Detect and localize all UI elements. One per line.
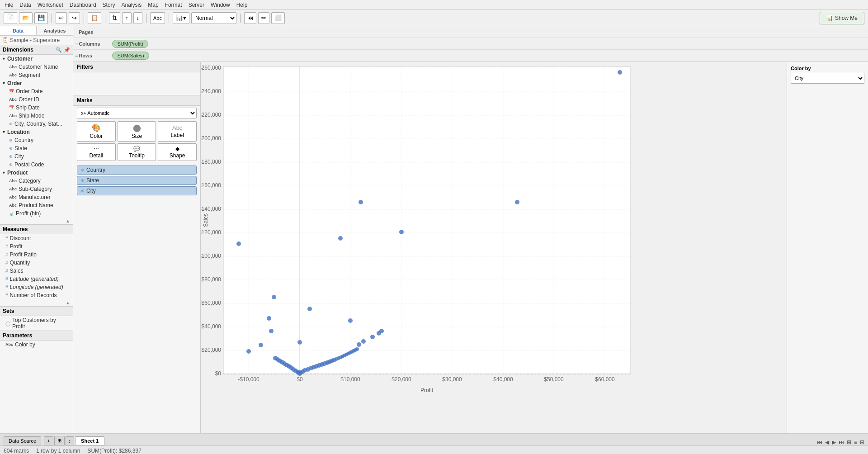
- postal-code-item[interactable]: ⊕ Postal Code: [0, 161, 73, 169]
- order-id-item[interactable]: Abc Order ID: [0, 95, 73, 104]
- menu-dashboard[interactable]: Dashboard: [67, 1, 99, 9]
- menu-help[interactable]: Help: [234, 1, 250, 9]
- country-pill[interactable]: ⊕ Country: [77, 166, 197, 175]
- datasource-tab[interactable]: Data Source: [4, 436, 41, 445]
- redo-button[interactable]: ↪: [69, 12, 80, 24]
- sales-item[interactable]: # Sales: [0, 267, 73, 275]
- ship-date-item[interactable]: 📅 Ship Date: [0, 104, 73, 112]
- marks-type-select[interactable]: x+ Automatic: [77, 108, 197, 118]
- menu-story[interactable]: Story: [100, 1, 118, 9]
- open-button[interactable]: 📂: [19, 12, 33, 24]
- shape-button[interactable]: ◆ Shape: [158, 143, 197, 161]
- color-button[interactable]: 🎨 Color: [77, 121, 116, 142]
- svg-text:$240,000: $240,000: [201, 88, 221, 95]
- sheet1-tab[interactable]: Sheet 1: [75, 436, 104, 445]
- ship-mode-item[interactable]: Abc Ship Mode: [0, 112, 73, 120]
- collapse-arrow-measures[interactable]: ▲: [0, 299, 73, 306]
- swap-button[interactable]: ⇅: [109, 12, 120, 24]
- rows-shelf[interactable]: SUM(Sales): [110, 52, 866, 60]
- profit-item[interactable]: # Profit: [0, 242, 73, 251]
- label-button[interactable]: Abc Label: [158, 121, 197, 142]
- undo-button[interactable]: ↩: [56, 12, 67, 24]
- menu-data[interactable]: Data: [17, 1, 33, 9]
- customer-group-row[interactable]: ▼ Customer: [0, 55, 73, 63]
- order-group-row[interactable]: ▼ Order: [0, 79, 73, 87]
- nav-first[interactable]: ⏮: [817, 439, 822, 445]
- measures-header[interactable]: Measures: [0, 224, 73, 234]
- abc-icon-3: Abc: [9, 97, 17, 102]
- show-me-button[interactable]: 📊 Show Me: [820, 12, 864, 24]
- new-sheet-btn[interactable]: +: [44, 436, 53, 445]
- pages-shelf[interactable]: [109, 28, 866, 37]
- manufacturer-item[interactable]: Abc Manufacturer: [0, 193, 73, 201]
- search-icon[interactable]: 🔍: [56, 47, 62, 53]
- city-country-item[interactable]: ⊕ City, Country, Stat...: [0, 120, 73, 128]
- tooltip-btn2[interactable]: ⬜: [271, 12, 285, 24]
- customer-name-item[interactable]: Abc Customer Name: [0, 63, 73, 71]
- state-item[interactable]: ⊕ State: [0, 144, 73, 152]
- menu-server[interactable]: Server: [186, 1, 207, 9]
- view-grid-1[interactable]: ⊞: [847, 439, 851, 445]
- normal-select[interactable]: Normal: [191, 12, 236, 24]
- dimensions-header[interactable]: Dimensions 🔍 📌: [0, 45, 73, 55]
- menu-analysis[interactable]: Analysis: [119, 1, 145, 9]
- nav-next[interactable]: ▶: [832, 439, 836, 445]
- product-group-row[interactable]: ▼ Product: [0, 169, 73, 177]
- sort-asc-button[interactable]: ↑: [122, 12, 132, 24]
- profit-ratio-item[interactable]: # Profit Ratio: [0, 251, 73, 259]
- discount-item[interactable]: # Discount: [0, 234, 73, 242]
- num-records-item[interactable]: # Number of Records: [0, 291, 73, 299]
- location-group-row[interactable]: ▼ Location: [0, 128, 73, 136]
- play-button[interactable]: ⏮: [244, 12, 256, 24]
- abc-button[interactable]: Abc: [150, 12, 165, 24]
- latitude-item[interactable]: # Latitude (generated): [0, 275, 73, 283]
- columns-shelf[interactable]: SUM(Profit): [110, 40, 866, 48]
- collapse-arrow-product[interactable]: ▲: [0, 218, 73, 224]
- postal-code-label: Postal Code: [14, 161, 44, 168]
- abc-icon-8: Abc: [9, 203, 17, 208]
- menu-worksheet[interactable]: Worksheet: [35, 1, 66, 9]
- menu-file[interactable]: File: [2, 1, 16, 9]
- menu-window[interactable]: Window: [208, 1, 233, 9]
- view-grid-2[interactable]: ≡: [854, 439, 857, 445]
- product-name-item[interactable]: Abc Product Name: [0, 201, 73, 209]
- city-item[interactable]: ⊕ City: [0, 152, 73, 161]
- sets-header[interactable]: Sets: [0, 306, 73, 316]
- detail-button[interactable]: ⋯ Detail: [77, 143, 116, 161]
- chart-type-button[interactable]: 📊▾: [173, 12, 189, 24]
- country-item[interactable]: ⊕ Country: [0, 136, 73, 144]
- longitude-item[interactable]: # Longitude (generated): [0, 283, 73, 291]
- quantity-item[interactable]: # Quantity: [0, 259, 73, 267]
- sort-desc-button[interactable]: ↓: [133, 12, 143, 24]
- rows-pill[interactable]: SUM(Sales): [112, 52, 149, 60]
- order-date-item[interactable]: 📅 Order Date: [0, 87, 73, 95]
- filters-content[interactable]: [73, 72, 200, 95]
- segment-item[interactable]: Abc Segment: [0, 71, 73, 79]
- menu-format[interactable]: Format: [162, 1, 185, 9]
- profit-bin-item[interactable]: 📊 Profit (bin): [0, 209, 73, 218]
- tab-analytics[interactable]: Analytics: [37, 26, 73, 35]
- category-item[interactable]: Abc Category: [0, 177, 73, 185]
- menu-map[interactable]: Map: [145, 1, 161, 9]
- save-button[interactable]: 💾: [34, 12, 48, 24]
- state-pill[interactable]: ⊕ State: [77, 176, 197, 185]
- pin-icon[interactable]: 📌: [64, 47, 70, 53]
- nav-prev[interactable]: ◀: [825, 439, 829, 445]
- subcategory-item[interactable]: Abc Sub-Category: [0, 185, 73, 193]
- city-pill[interactable]: ⊕ City: [77, 186, 197, 195]
- color-by-item[interactable]: Abc Color by: [0, 340, 73, 349]
- top-customers-item[interactable]: ◯ Top Customers by Profit: [0, 316, 73, 331]
- arrange-btn-1[interactable]: ⊞: [54, 436, 65, 445]
- parameters-header[interactable]: Parameters: [0, 331, 73, 340]
- arrange-btn-2[interactable]: ↕: [66, 436, 75, 445]
- new-button[interactable]: 📄: [4, 12, 17, 24]
- paste-button[interactable]: 📋: [88, 12, 101, 24]
- size-button[interactable]: ⬤ Size: [118, 121, 156, 142]
- columns-pill[interactable]: SUM(Profit): [112, 40, 148, 48]
- pen-button[interactable]: ✏: [258, 12, 269, 24]
- nav-last[interactable]: ⏭: [839, 439, 844, 445]
- tooltip-button[interactable]: 💬 Tooltip: [118, 143, 156, 161]
- legend-dropdown[interactable]: City: [791, 73, 864, 84]
- view-grid-3[interactable]: ⊟: [860, 439, 864, 445]
- tab-data[interactable]: Data: [0, 26, 37, 35]
